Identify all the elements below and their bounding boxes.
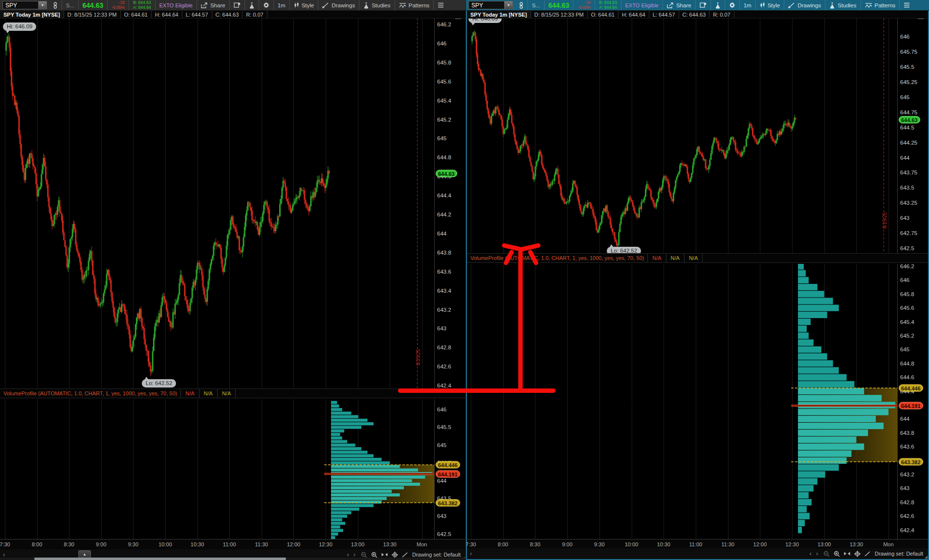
horizontal-expand-icon[interactable] bbox=[844, 551, 850, 556]
last-price-group: 644.63 bbox=[79, 0, 108, 10]
candlestick-canvas[interactable] bbox=[0, 19, 434, 388]
price-tick-label: 645 bbox=[437, 442, 446, 448]
pan-left-icon[interactable]: ‹ bbox=[0, 551, 6, 558]
publish-button[interactable] bbox=[230, 0, 245, 10]
price-tick-label: 643.5 bbox=[900, 185, 914, 191]
style-label: Style bbox=[768, 2, 780, 8]
time-tick-label: 10:30 bbox=[657, 541, 670, 547]
link-button[interactable] bbox=[49, 0, 62, 10]
price-tick-label: 645.5 bbox=[437, 424, 451, 430]
studies-label: Studies bbox=[838, 2, 856, 8]
price-tick-label: 642.75 bbox=[900, 230, 917, 236]
style-button[interactable]: Style bbox=[756, 0, 785, 10]
price-axis-lower[interactable]: 646.2646645.8645.6645.4645.2645644.8644.… bbox=[897, 264, 928, 539]
onDemand-button[interactable] bbox=[245, 0, 259, 10]
time-axis[interactable]: 7:308:008:309:009:3010:0010:3011:0011:30… bbox=[467, 539, 928, 549]
exto-eligible-label: EXTO Eligible bbox=[155, 0, 197, 10]
price-chart-area[interactable]: 8/15/25 bbox=[467, 19, 897, 253]
zoom-out-icon[interactable] bbox=[361, 552, 367, 558]
drawing-set-label[interactable]: Drawing set: Default bbox=[412, 552, 461, 558]
annotation-horizontal-line[interactable] bbox=[398, 388, 555, 393]
resize-corner[interactable] bbox=[925, 556, 928, 559]
style-button[interactable]: Style bbox=[290, 0, 319, 10]
drawing-set-label[interactable]: Drawing set: Default bbox=[875, 551, 923, 557]
time-tick-label: 13:00 bbox=[351, 541, 365, 547]
time-axis[interactable]: 7:308:008:309:009:3010:0010:3011:0011:30… bbox=[0, 539, 465, 549]
flask-icon bbox=[715, 2, 721, 9]
scroll-arrows-icon[interactable]: ‹ › bbox=[347, 551, 357, 558]
price-tick-label: 644 bbox=[437, 478, 446, 484]
header-open: O: 644.61 bbox=[121, 11, 152, 18]
timeframe-button[interactable]: 1m bbox=[274, 0, 290, 10]
volume-profile-study-label[interactable]: VolumeProfile (AUTOMATIC, 1.0, CHART, 1,… bbox=[0, 389, 181, 398]
pan-left-icon[interactable]: ‹ bbox=[467, 550, 473, 557]
drawings-button[interactable]: Drawings bbox=[318, 0, 359, 10]
symbol-input[interactable]: SPY bbox=[468, 1, 505, 9]
price-tick-label: 645 bbox=[900, 346, 909, 352]
price-tick-label: 643 bbox=[437, 513, 446, 519]
time-tick-label: 8:30 bbox=[530, 541, 540, 547]
header-range: R: 0.07 bbox=[243, 11, 267, 18]
chart-style-icon bbox=[760, 2, 765, 8]
annotation-arrow-stem[interactable] bbox=[518, 250, 523, 391]
volume-profile-canvas[interactable] bbox=[0, 399, 434, 539]
patterns-button[interactable]: Patterns bbox=[395, 0, 434, 10]
session-low-bubble: Lo: 642.52 bbox=[142, 379, 176, 388]
price-tick-label: 644.75 bbox=[900, 109, 917, 115]
volume-profile-study-label[interactable]: VolumeProfile (AUTOMATIC, 1.0, CHART, 1,… bbox=[467, 254, 648, 262]
volume-profile-area[interactable] bbox=[467, 264, 897, 539]
link-icon bbox=[519, 2, 524, 9]
zoom-in-icon[interactable] bbox=[834, 551, 840, 557]
time-tick-label: 13:30 bbox=[383, 541, 397, 547]
patterns-button[interactable]: Patterns bbox=[861, 0, 900, 10]
header-close: C: 644.63 bbox=[212, 11, 243, 18]
timeframe-button[interactable]: 1m bbox=[740, 0, 756, 10]
price-axis-lower[interactable]: 646645.5645644.5644643.5643642.5644.4466… bbox=[434, 399, 466, 539]
time-tick-label: 8:00 bbox=[498, 541, 508, 547]
crosshair-icon[interactable] bbox=[392, 552, 398, 558]
zoom-out-icon[interactable] bbox=[823, 551, 830, 557]
scroll-arrows-icon[interactable]: ‹ › bbox=[810, 550, 819, 557]
chart-menu-button[interactable] bbox=[434, 0, 448, 10]
price-tick-label: 643.75 bbox=[900, 170, 917, 175]
studies-button[interactable]: Studies bbox=[825, 0, 861, 10]
price-tick-label: 644.2 bbox=[437, 212, 451, 217]
session-date-label: 8/15/25 bbox=[882, 213, 887, 229]
price-tick-label: 643 bbox=[900, 485, 909, 491]
panel-divider-handle[interactable]: ▲ bbox=[78, 550, 91, 558]
time-tick-label: 13:30 bbox=[850, 541, 863, 547]
drawing-tool-icon[interactable] bbox=[864, 551, 871, 557]
price-axis[interactable]: 646645.75645.5645.25645644.75644.5644.25… bbox=[897, 19, 928, 253]
drawing-tool-icon[interactable] bbox=[402, 552, 408, 558]
volume-profile-area[interactable] bbox=[0, 399, 434, 539]
share-button[interactable]: Share bbox=[663, 0, 696, 10]
share-button[interactable]: Share bbox=[197, 0, 230, 10]
crosshair-icon[interactable] bbox=[854, 551, 861, 557]
horizontal-scrollbar[interactable] bbox=[0, 558, 465, 560]
price-tick-label: 643.8 bbox=[437, 250, 451, 256]
candlestick-canvas[interactable] bbox=[467, 19, 897, 253]
zoom-in-icon[interactable] bbox=[371, 552, 377, 558]
price-tick-label: 644 bbox=[900, 416, 909, 422]
scrollbar-thumb[interactable] bbox=[34, 558, 286, 560]
volume-profile-canvas[interactable] bbox=[467, 264, 897, 539]
studies-button[interactable]: Studies bbox=[359, 0, 395, 10]
price-axis[interactable]: 646.2646645.8645.6645.4645.2645644.8644.… bbox=[434, 19, 466, 388]
last-price-badge: 644.63 bbox=[899, 116, 920, 123]
settings-button[interactable] bbox=[259, 0, 274, 10]
link-button[interactable] bbox=[515, 0, 528, 10]
onDemand-button[interactable] bbox=[711, 0, 725, 10]
symbol-input[interactable]: SPY bbox=[2, 1, 39, 9]
settings-button[interactable] bbox=[725, 0, 740, 10]
symbol-dropdown-button[interactable]: ▼ bbox=[39, 1, 47, 9]
horizontal-expand-icon[interactable] bbox=[381, 552, 388, 557]
drawings-button[interactable]: Drawings bbox=[784, 0, 825, 10]
patterns-label: Patterns bbox=[409, 2, 430, 8]
price-chart-area[interactable]: 8/15/25 bbox=[0, 19, 434, 388]
calendar-alert-icon bbox=[234, 2, 241, 8]
publish-button[interactable] bbox=[696, 0, 711, 10]
gear-icon bbox=[263, 2, 269, 8]
symbol-toolbar: SPY ▼ S... 644.63 -.32-0.05% B: 644.63A:… bbox=[466, 0, 929, 11]
symbol-dropdown-button[interactable]: ▼ bbox=[505, 1, 513, 9]
chart-menu-button[interactable] bbox=[900, 0, 914, 10]
